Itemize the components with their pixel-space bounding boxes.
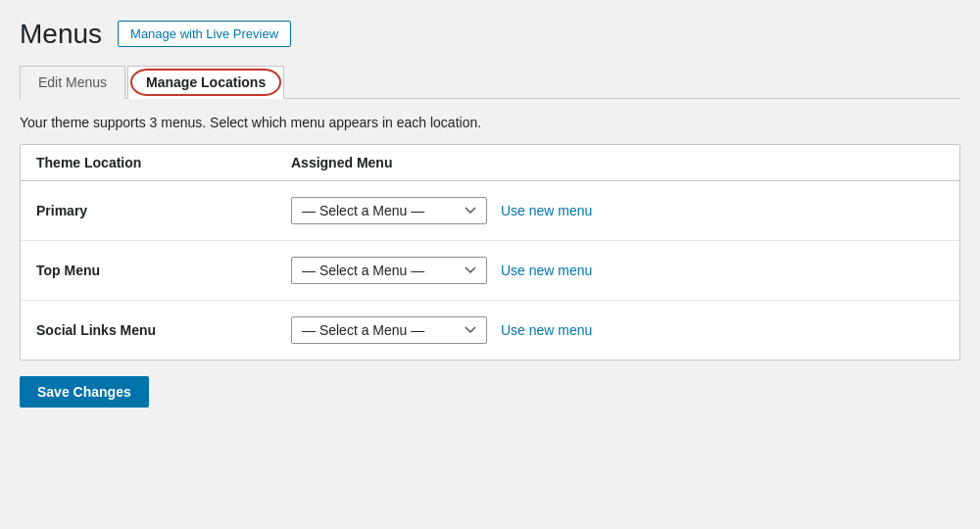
location-name-top-menu: Top Menu bbox=[36, 263, 291, 278]
use-new-menu-link-social-links[interactable]: Use new menu bbox=[501, 322, 592, 338]
page-wrapper: Menus Manage with Live Preview Edit Menu… bbox=[0, 0, 980, 529]
menu-select-area-top-menu: — Select a Menu — Use new menu bbox=[291, 257, 944, 284]
description-text: Your theme supports 3 menus. Select whic… bbox=[20, 115, 960, 130]
tab-edit-menus[interactable]: Edit Menus bbox=[20, 66, 125, 99]
menu-select-area-primary: — Select a Menu — Use new menu bbox=[291, 197, 944, 224]
table-row: Social Links Menu — Select a Menu — Use … bbox=[21, 301, 959, 360]
table-header: Theme Location Assigned Menu bbox=[21, 145, 959, 181]
page-title: Menus bbox=[20, 18, 102, 51]
table-row: Top Menu — Select a Menu — Use new menu bbox=[21, 241, 959, 301]
col-assigned-menu: Assigned Menu bbox=[291, 155, 944, 170]
live-preview-button[interactable]: Manage with Live Preview bbox=[118, 21, 291, 47]
menu-select-area-social-links: — Select a Menu — Use new menu bbox=[291, 316, 944, 344]
table-row: Primary — Select a Menu — Use new menu bbox=[21, 181, 959, 241]
select-menu-primary[interactable]: — Select a Menu — bbox=[291, 197, 487, 224]
save-changes-button[interactable]: Save Changes bbox=[20, 376, 149, 408]
select-menu-social-links[interactable]: — Select a Menu — bbox=[291, 316, 487, 344]
use-new-menu-link-primary[interactable]: Use new menu bbox=[501, 203, 592, 218]
col-theme-location: Theme Location bbox=[36, 155, 291, 170]
use-new-menu-link-top-menu[interactable]: Use new menu bbox=[501, 263, 592, 278]
header-row: Menus Manage with Live Preview bbox=[20, 18, 960, 51]
locations-table: Theme Location Assigned Menu Primary — S… bbox=[20, 144, 960, 361]
location-name-social-links: Social Links Menu bbox=[36, 322, 291, 338]
location-name-primary: Primary bbox=[36, 203, 291, 218]
tab-manage-locations[interactable]: Manage Locations bbox=[127, 66, 284, 99]
tabs-row: Edit Menus Manage Locations bbox=[20, 65, 960, 99]
select-menu-top-menu[interactable]: — Select a Menu — bbox=[291, 257, 487, 284]
